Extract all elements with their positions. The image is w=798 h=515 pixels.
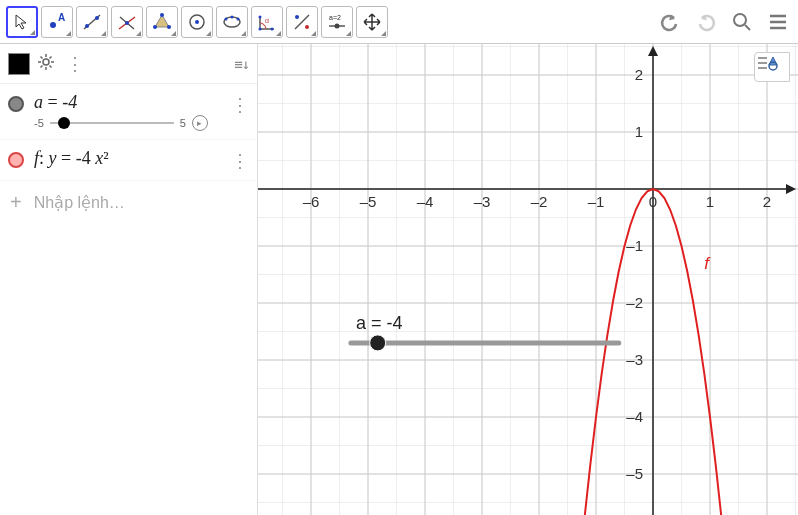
menu-button[interactable] xyxy=(764,8,792,36)
svg-point-11 xyxy=(153,25,157,29)
svg-marker-88 xyxy=(786,184,796,194)
svg-text:1: 1 xyxy=(706,193,714,210)
slider-knob[interactable] xyxy=(58,117,70,129)
svg-point-16 xyxy=(231,15,234,18)
svg-point-23 xyxy=(295,15,299,19)
more-icon[interactable]: ⋮ xyxy=(66,53,84,75)
color-picker[interactable] xyxy=(8,53,30,75)
polygon-tool[interactable] xyxy=(146,6,178,38)
undo-button[interactable] xyxy=(656,8,684,36)
point-tool[interactable]: A xyxy=(41,6,73,38)
circle-tool[interactable] xyxy=(181,6,213,38)
styles-button[interactable] xyxy=(754,52,790,82)
move-tool[interactable] xyxy=(6,6,38,38)
conic-tool[interactable] xyxy=(216,6,248,38)
svg-point-24 xyxy=(305,25,309,29)
svg-point-28 xyxy=(734,14,746,26)
angle-tool[interactable]: α xyxy=(251,6,283,38)
sort-icon[interactable]: ≡↓ xyxy=(234,56,249,72)
svg-text:–1: –1 xyxy=(588,193,605,210)
command-input[interactable]: Nhập lệnh… xyxy=(34,193,125,212)
plus-icon: + xyxy=(10,191,22,214)
svg-point-3 xyxy=(85,24,89,28)
search-button[interactable] xyxy=(728,8,756,36)
visibility-dot[interactable] xyxy=(8,152,24,168)
svg-text:–5: –5 xyxy=(626,465,643,482)
slider-min: -5 xyxy=(34,117,44,129)
item-menu-icon[interactable]: ⋮ xyxy=(231,94,249,116)
item-menu-icon[interactable]: ⋮ xyxy=(231,150,249,172)
svg-text:2: 2 xyxy=(635,66,643,83)
move-view-tool[interactable] xyxy=(356,6,388,38)
svg-text:–1: –1 xyxy=(626,237,643,254)
svg-point-4 xyxy=(95,16,99,20)
slider-tool[interactable]: a=2 xyxy=(321,6,353,38)
svg-text:–3: –3 xyxy=(474,193,491,210)
svg-point-9 xyxy=(160,13,164,17)
svg-point-10 xyxy=(167,25,171,29)
svg-text:2: 2 xyxy=(763,193,771,210)
expression-a: a = -4 xyxy=(34,92,221,113)
main-toolbar: A α a=2 xyxy=(0,0,798,44)
svg-point-7 xyxy=(125,21,129,25)
slider-track[interactable] xyxy=(50,122,174,124)
settings-icon[interactable] xyxy=(36,52,56,76)
svg-point-18 xyxy=(259,15,262,18)
graph-canvas[interactable]: –6–5–4–3–2–101212–1–2–3–4–5fa = -4 xyxy=(258,44,798,515)
svg-marker-90 xyxy=(648,46,658,56)
svg-text:–4: –4 xyxy=(417,193,434,210)
svg-text:A: A xyxy=(58,12,65,23)
svg-point-27 xyxy=(335,23,340,28)
svg-text:0: 0 xyxy=(649,193,657,210)
redo-button[interactable] xyxy=(692,8,720,36)
svg-text:–2: –2 xyxy=(531,193,548,210)
svg-text:1: 1 xyxy=(635,123,643,140)
svg-point-20 xyxy=(271,27,274,30)
slider-a[interactable]: -5 5 ▸ xyxy=(34,115,221,131)
line-tool[interactable] xyxy=(76,6,108,38)
svg-text:–5: –5 xyxy=(360,193,377,210)
svg-text:–6: –6 xyxy=(303,193,320,210)
algebra-header: ⋮ ≡↓ xyxy=(0,44,257,84)
svg-text:–4: –4 xyxy=(626,408,643,425)
svg-text:a = -4: a = -4 xyxy=(356,313,403,333)
reflect-tool[interactable] xyxy=(286,6,318,38)
perpendicular-tool[interactable] xyxy=(111,6,143,38)
svg-point-15 xyxy=(225,17,228,20)
svg-text:–2: –2 xyxy=(626,294,643,311)
algebra-item-f[interactable]: f: y = -4 x² ⋮ xyxy=(0,140,257,181)
svg-point-19 xyxy=(259,27,262,30)
slider-max: 5 xyxy=(180,117,186,129)
svg-point-13 xyxy=(195,20,199,24)
play-button[interactable]: ▸ xyxy=(192,115,208,131)
algebra-item-a[interactable]: a = -4 -5 5 ▸ ⋮ xyxy=(0,84,257,140)
svg-text:α: α xyxy=(265,17,269,24)
svg-point-17 xyxy=(237,17,240,20)
svg-point-33 xyxy=(43,59,49,65)
graphics-view[interactable]: –6–5–4–3–2–101212–1–2–3–4–5fa = -4 xyxy=(258,44,798,515)
command-input-row[interactable]: + Nhập lệnh… xyxy=(0,181,257,224)
svg-text:a=2: a=2 xyxy=(329,14,341,21)
svg-text:–3: –3 xyxy=(626,351,643,368)
svg-point-0 xyxy=(50,22,56,28)
visibility-dot[interactable] xyxy=(8,96,24,112)
svg-line-29 xyxy=(745,25,750,30)
expression-f: f: y = -4 x² xyxy=(34,148,221,169)
algebra-panel: ⋮ ≡↓ a = -4 -5 5 ▸ ⋮ f: y = -4 x² ⋮ xyxy=(0,44,258,515)
